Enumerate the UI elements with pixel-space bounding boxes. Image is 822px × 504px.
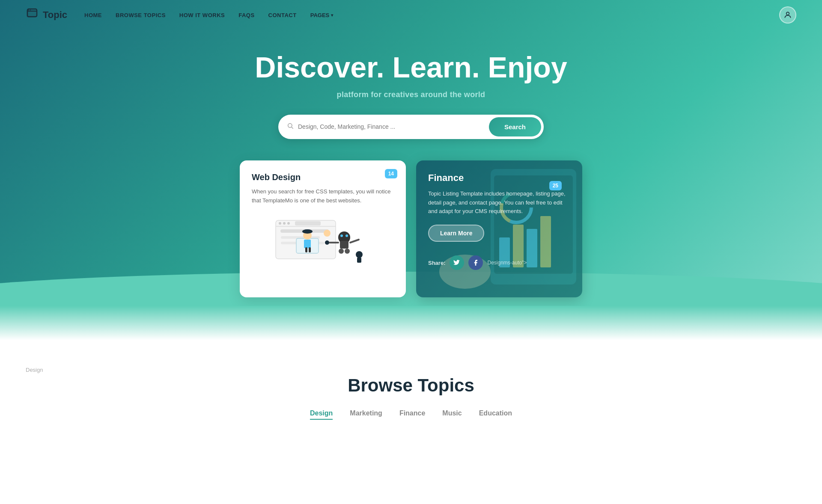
learn-more-button[interactable]: Learn More <box>428 225 484 242</box>
share-row: Share: Designms-auto"> <box>428 255 570 270</box>
svg-point-27 <box>339 249 344 254</box>
svg-line-30 <box>350 240 359 243</box>
svg-point-20 <box>302 229 313 234</box>
share-tag: Designms-auto"> <box>487 260 527 266</box>
svg-point-5 <box>786 12 789 15</box>
hero-section: Discover. Learn. Enjoy platform for crea… <box>0 0 822 306</box>
web-design-card: 14 Web Design When you search for free C… <box>240 160 406 297</box>
svg-point-4 <box>30 10 31 11</box>
web-design-badge: 14 <box>385 169 397 178</box>
tab-music[interactable]: Music <box>442 409 462 420</box>
svg-rect-22 <box>309 247 311 252</box>
nav-links: HOME BROWSE TOPICS HOW IT WORKS FAQS CON… <box>84 12 779 18</box>
browse-section: Design Browse Topics Design Marketing Fi… <box>0 340 822 437</box>
svg-point-24 <box>340 234 343 237</box>
chevron-down-icon: ▾ <box>331 13 333 18</box>
navbar: Topic HOME BROWSE TOPICS HOW IT WORKS FA… <box>0 0 822 30</box>
tab-design[interactable]: Design <box>310 409 333 420</box>
brand-logo[interactable]: Topic <box>26 8 67 22</box>
nav-contact[interactable]: CONTACT <box>268 12 297 18</box>
svg-point-28 <box>345 249 350 254</box>
brand-icon <box>26 8 39 22</box>
nav-home[interactable]: HOME <box>84 12 102 18</box>
web-design-title: Web Design <box>252 172 394 182</box>
svg-rect-21 <box>305 247 307 252</box>
finance-badge: 25 <box>549 181 562 190</box>
search-bar: Search <box>278 115 544 139</box>
finance-card: 25 Finance Topic Listing Template includ… <box>416 160 582 297</box>
hero-title: Discover. Learn. Enjoy <box>255 51 567 83</box>
nav-faqs[interactable]: FAQS <box>238 12 254 18</box>
search-icon <box>287 122 294 131</box>
user-icon <box>783 11 792 19</box>
search-input[interactable] <box>298 123 489 130</box>
share-label: Share: <box>428 260 445 266</box>
svg-point-33 <box>356 251 363 258</box>
svg-point-31 <box>324 230 331 237</box>
svg-line-7 <box>292 127 293 129</box>
finance-description: Topic Listing Template includes homepage… <box>428 190 570 216</box>
search-button[interactable]: Search <box>489 117 541 136</box>
finance-card-content: 25 Finance Topic Listing Template includ… <box>428 172 570 270</box>
nav-how-it-works[interactable]: HOW IT WORKS <box>179 12 225 18</box>
brand-name: Topic <box>43 9 67 21</box>
topics-tabs: Design Marketing Finance Music Education <box>26 409 796 420</box>
svg-rect-13 <box>295 221 321 225</box>
svg-point-25 <box>345 234 348 237</box>
svg-point-6 <box>288 124 292 127</box>
twitter-icon <box>453 259 460 266</box>
design-label: Design <box>26 367 43 373</box>
finance-title: Finance <box>428 172 570 184</box>
tab-finance[interactable]: Finance <box>399 409 425 420</box>
twitter-share-button[interactable] <box>450 255 464 270</box>
web-design-illustration <box>252 212 394 272</box>
svg-point-10 <box>279 222 281 225</box>
web-design-description: When you search for free CSS templates, … <box>252 187 394 205</box>
cards-row: 14 Web Design When you search for free C… <box>240 160 582 306</box>
tab-education[interactable]: Education <box>479 409 512 420</box>
user-avatar[interactable] <box>779 6 796 24</box>
svg-point-11 <box>283 222 286 225</box>
facebook-share-button[interactable] <box>468 255 483 270</box>
svg-point-12 <box>287 222 290 225</box>
hero-subtitle: platform for creatives around the world <box>337 90 485 99</box>
nav-browse-topics[interactable]: BROWSE TOPICS <box>116 12 166 18</box>
browse-title: Browse Topics <box>26 375 796 396</box>
svg-point-32 <box>325 240 329 245</box>
svg-point-3 <box>28 10 29 11</box>
svg-rect-34 <box>357 258 361 263</box>
svg-rect-26 <box>340 241 348 249</box>
nav-pages[interactable]: PAGES ▾ <box>310 12 334 18</box>
section-transition <box>0 306 822 340</box>
svg-rect-19 <box>304 240 311 248</box>
facebook-icon <box>472 259 479 266</box>
tab-marketing[interactable]: Marketing <box>350 409 382 420</box>
